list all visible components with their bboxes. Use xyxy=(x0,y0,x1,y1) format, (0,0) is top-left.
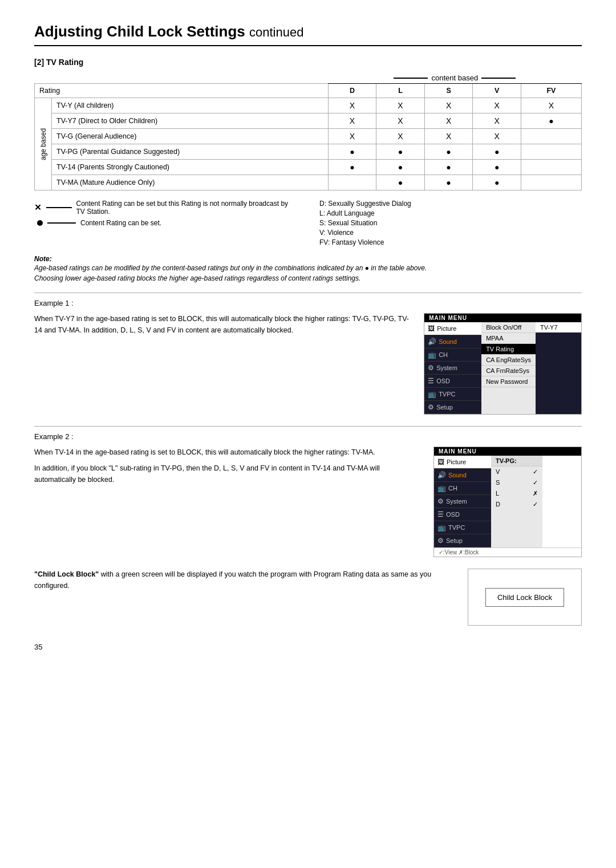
legend-line-x xyxy=(46,207,72,208)
menu-icon: 📺 xyxy=(437,484,446,492)
content-based-label: content based xyxy=(431,74,478,82)
menu-icon: ⚙ xyxy=(437,537,444,545)
example2-menu-left: 🖼Picture🔊Sound📺CH⚙System☰OSD📺TVPC⚙Setup xyxy=(434,456,491,547)
page-title: Adjusting Child Lock Settings continued xyxy=(34,23,582,46)
example2-title: Example 2 : xyxy=(34,432,582,441)
menu-icon: 🖼 xyxy=(437,458,444,466)
legend-x-item: ✕ Content Rating can be set but this Rat… xyxy=(34,200,297,216)
legend-line-dot xyxy=(47,222,76,224)
menu-label: CH xyxy=(439,351,448,358)
menu-item-osd[interactable]: ☰OSD xyxy=(424,375,481,388)
menu-label: OSD xyxy=(446,511,460,518)
note-line1: Age-based ratings can be modified by the… xyxy=(34,263,582,273)
menu-label: Setup xyxy=(446,537,463,544)
content-based-arrow: content based xyxy=(328,74,581,82)
dot-symbol xyxy=(37,220,43,226)
row-label: TV-14 (Parents Strongly Cautioned) xyxy=(52,160,329,175)
menu-item-sound[interactable]: 🔊Sound xyxy=(424,335,481,348)
example1-section: Example 1 : When TV-Y7 in the age-based … xyxy=(34,293,582,415)
note-label: Note: xyxy=(34,255,52,263)
menu-item-system[interactable]: ⚙System xyxy=(434,495,491,508)
legend-right: D: Sexually Suggestive DialogL: Adult La… xyxy=(319,200,582,248)
sub-item[interactable]: TV-Y7 xyxy=(536,322,581,332)
example2-text1: When TV-14 in the age-based rating is se… xyxy=(34,447,422,458)
sub2-item[interactable]: V✓ xyxy=(491,467,542,477)
example2-content: When TV-14 in the age-based rating is se… xyxy=(34,447,582,557)
legend-left: ✕ Content Rating can be set but this Rat… xyxy=(34,200,297,230)
example1-content: When TV-Y7 in the age-based rating is se… xyxy=(34,313,582,415)
menu-icon: 📺 xyxy=(428,390,436,398)
legend-dot-item: Content Rating can be set. xyxy=(34,219,297,227)
title-continued: continued xyxy=(249,25,303,39)
menu-item-picture[interactable]: 🖼Picture xyxy=(434,456,491,469)
legend-code: FV: Fantasy Violence xyxy=(319,238,582,246)
menu-item-picture[interactable]: 🖼Picture xyxy=(424,322,481,335)
menu-label: System xyxy=(436,364,457,371)
right-item[interactable]: CA EngRateSys xyxy=(481,355,536,366)
child-lock-box: Child Lock Block xyxy=(468,569,582,626)
note-section: Note: Age-based ratings can be modified … xyxy=(34,255,582,283)
menu-icon: ⚙ xyxy=(428,364,434,372)
menu-label: Sound xyxy=(439,338,457,345)
menu-icon: 🔊 xyxy=(428,338,436,346)
legend-x-text: Content Rating can be set but this Ratin… xyxy=(76,200,297,216)
menu-label: Picture xyxy=(447,459,466,465)
page-number: 35 xyxy=(34,643,582,651)
menu-item-tvpc[interactable]: 📺TVPC xyxy=(434,521,491,534)
sub2-item[interactable]: S✓ xyxy=(491,477,542,488)
menu-item-sound[interactable]: 🔊Sound xyxy=(434,469,491,482)
example1-title: Example 1 : xyxy=(34,299,582,307)
sub2-item[interactable]: D✓ xyxy=(491,499,542,510)
example1-menu-right: Block On/OffMPAATV RatingCA EngRateSysCA… xyxy=(481,322,536,414)
menu-icon: ☰ xyxy=(437,510,444,518)
menu-item-setup[interactable]: ⚙Setup xyxy=(424,401,481,414)
title-main: Adjusting Child Lock Settings xyxy=(34,23,245,40)
menu-icon: 🔊 xyxy=(437,471,446,479)
menu-icon: 🖼 xyxy=(428,325,435,332)
example1-menu-left: 🖼Picture🔊Sound📺CH⚙System☰OSD📺TVPC⚙Setup xyxy=(424,322,481,414)
menu-icon: ☰ xyxy=(428,377,434,385)
right-item[interactable]: TV Rating xyxy=(481,344,536,355)
menu-item-tvpc[interactable]: 📺TVPC xyxy=(424,388,481,401)
x-symbol: ✕ xyxy=(34,202,42,213)
section-tv-rating-title: [2] TV Rating xyxy=(34,58,582,67)
row-label: TV-Y (All children) xyxy=(52,98,329,113)
right-item[interactable]: MPAA xyxy=(481,333,536,344)
menu-icon: 📺 xyxy=(428,351,436,359)
example1-menu: MAIN MENU 🖼Picture🔊Sound📺CH⚙System☰OSD📺T… xyxy=(424,313,582,415)
menu-icon: 📺 xyxy=(437,524,446,532)
example2-text2: In addition, if you block "L" sub-rating… xyxy=(34,463,422,485)
menu-icon: ⚙ xyxy=(437,497,444,505)
child-lock-inner-label: Child Lock Block xyxy=(485,588,564,607)
menu-label: TVPC xyxy=(439,391,455,398)
menu-item-setup[interactable]: ⚙Setup xyxy=(434,534,491,547)
example1-text: When TV-Y7 in the age-based rating is se… xyxy=(34,313,412,336)
right-item[interactable]: Block On/Off xyxy=(481,322,536,333)
example1-menu-body: 🖼Picture🔊Sound📺CH⚙System☰OSD📺TVPC⚙Setup … xyxy=(424,322,581,414)
row-label: TV-G (General Audience) xyxy=(52,129,329,144)
menu-label: Setup xyxy=(436,404,453,411)
example1-menu-header: MAIN MENU xyxy=(424,314,581,322)
legend-code: L: Adult Language xyxy=(319,209,582,217)
menu-label: OSD xyxy=(436,378,450,384)
note-line2: Choosing lower age-based rating blocks t… xyxy=(34,273,582,283)
menu-label: CH xyxy=(448,485,457,492)
child-lock-bold: "Child Lock Block" xyxy=(34,570,99,578)
menu-item-system[interactable]: ⚙System xyxy=(424,362,481,375)
menu-label: Sound xyxy=(448,472,467,478)
right-item[interactable]: CA FrnRateSys xyxy=(481,366,536,376)
example2-menu-sub2: TV-PG:V✓S✓L✗D✓ xyxy=(491,456,542,547)
menu-item-ch[interactable]: 📺CH xyxy=(424,348,481,362)
right-item[interactable]: New Password xyxy=(481,376,536,387)
menu-item-osd[interactable]: ☰OSD xyxy=(434,508,491,521)
menu-label: System xyxy=(446,498,467,505)
example2-footer-hint: ✓:View ✗:Block xyxy=(434,547,581,557)
menu-item-ch[interactable]: 📺CH xyxy=(434,482,491,495)
legend-section: ✕ Content Rating can be set but this Rat… xyxy=(34,200,582,248)
row-label: TV-MA (Mature Audience Only) xyxy=(52,175,329,190)
sub2-item[interactable]: L✗ xyxy=(491,488,542,499)
child-lock-text: "Child Lock Block" with a green screen w… xyxy=(34,569,456,591)
example2-text: When TV-14 in the age-based rating is se… xyxy=(34,447,422,485)
legend-dot-text: Content Rating can be set. xyxy=(80,219,161,227)
child-lock-section: "Child Lock Block" with a green screen w… xyxy=(34,569,582,626)
